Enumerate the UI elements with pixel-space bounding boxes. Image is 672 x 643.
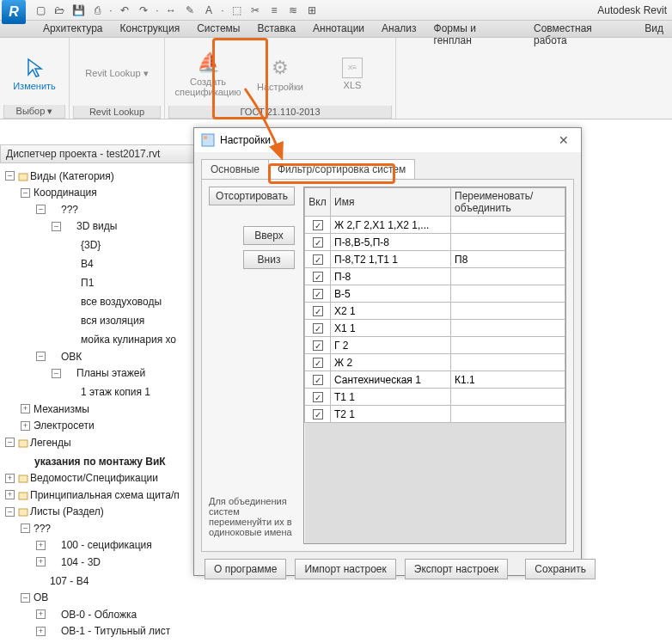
checkbox[interactable]: ✓	[313, 358, 323, 368]
text-icon[interactable]: A	[201, 3, 217, 18]
cell-rename[interactable]: К1.1	[451, 371, 565, 389]
cell-rename[interactable]	[451, 320, 565, 337]
app-logo[interactable]: R	[2, 0, 26, 24]
xls-button[interactable]: X≡ XLS	[318, 46, 387, 102]
tab-architecture[interactable]: Архитектура	[34, 21, 112, 37]
tree-node[interactable]: –ОВ	[2, 589, 213, 606]
tab-systems[interactable]: Системы	[188, 21, 248, 37]
grid-row[interactable]: ✓П-8	[305, 268, 565, 285]
save-button[interactable]: Сохранить	[525, 559, 596, 579]
expand-icon[interactable]: –	[21, 593, 30, 603]
col-enable[interactable]: Вкл	[305, 188, 331, 217]
tree-node[interactable]: 107 - B4	[2, 570, 213, 589]
grid-row[interactable]: ✓Ж 2	[305, 354, 565, 371]
dialog-titlebar[interactable]: Настройки ✕	[194, 128, 581, 152]
checkbox[interactable]: ✓	[313, 272, 323, 282]
import-button[interactable]: Импорт настроек	[295, 559, 395, 579]
checkbox[interactable]: ✓	[313, 323, 323, 334]
expand-icon[interactable]: –	[5, 171, 15, 181]
section-icon[interactable]: ✂	[247, 3, 263, 18]
tree-node[interactable]: +100 - сецификация	[2, 536, 213, 554]
cell-rename[interactable]	[451, 285, 565, 303]
expand-icon[interactable]: +	[36, 609, 46, 619]
grid-row[interactable]: ✓X1 1	[305, 320, 565, 337]
checkbox[interactable]: ✓	[313, 340, 323, 351]
cell-name[interactable]: X1 1	[331, 320, 451, 337]
down-button[interactable]: Вниз	[243, 250, 295, 269]
col-rename[interactable]: Переименовать/объединить	[451, 188, 565, 217]
tab-insert[interactable]: Вставка	[248, 21, 304, 37]
tree-node[interactable]: –Легенды	[2, 433, 213, 450]
revit-lookup-button[interactable]: Revit Lookup ▾	[78, 46, 156, 102]
tree-node[interactable]: –???	[2, 519, 213, 536]
tree-node[interactable]: указания по монтажу ВиК	[2, 450, 213, 469]
cell-rename[interactable]	[451, 354, 565, 371]
expand-icon[interactable]: +	[5, 490, 15, 499]
about-button[interactable]: О программе	[205, 559, 286, 579]
checkbox[interactable]: ✓	[313, 409, 323, 419]
tree-node[interactable]: мойка кулинария хо	[2, 328, 213, 347]
grid-row[interactable]: ✓П-8,Т2 1,Т1 1П8	[305, 251, 565, 268]
expand-icon[interactable]: +	[21, 421, 30, 431]
checkbox[interactable]: ✓	[313, 220, 323, 230]
tree-node[interactable]: все воздуховоды	[2, 291, 213, 309]
tree-node[interactable]: +Электросети	[2, 417, 213, 434]
tree-node[interactable]: +Механизмы	[2, 400, 213, 417]
grid-row[interactable]: ✓Ж 2,Г 2,X1 1,X2 1,...	[305, 217, 565, 234]
open-icon[interactable]: 🗁	[52, 3, 67, 18]
tree-node[interactable]: вся изоляция	[2, 309, 213, 328]
tree-node[interactable]: +104 - 3D	[2, 553, 213, 570]
cell-name[interactable]: Ж 2	[331, 354, 451, 371]
systems-grid[interactable]: Вкл Имя Переименовать/объединить ✓Ж 2,Г …	[303, 187, 566, 544]
tree-node[interactable]: –Планы этажей	[2, 364, 213, 382]
cell-name[interactable]: Т2 1	[331, 406, 451, 423]
dialog-close-button[interactable]: ✕	[553, 133, 574, 147]
paste-icon[interactable]: ⎙	[89, 3, 105, 18]
expand-icon[interactable]: –	[5, 507, 15, 517]
cell-name[interactable]: Ж 2,Г 2,X1 1,X2 1,...	[331, 217, 451, 234]
expand-icon[interactable]: +	[36, 627, 46, 636]
tree-node[interactable]: +ОВ-1 - Титульный лист	[2, 622, 213, 640]
tree-node[interactable]: +ОВ-2 - Общие данные	[2, 639, 213, 643]
expand-icon[interactable]: –	[52, 369, 61, 378]
grid-row[interactable]: ✓Т2 1	[305, 406, 565, 423]
redo-icon[interactable]: ↷	[136, 3, 151, 18]
modify-button[interactable]: Изменить	[9, 45, 60, 101]
col-name[interactable]: Имя	[331, 188, 451, 217]
cell-name[interactable]: П-8,B-5,П-8	[331, 234, 451, 251]
grid-row[interactable]: ✓П-8,B-5,П-8	[305, 234, 565, 251]
tree-node[interactable]: B4	[2, 253, 213, 272]
cell-rename[interactable]	[451, 406, 565, 423]
cell-rename[interactable]	[451, 337, 565, 354]
checkbox[interactable]: ✓	[313, 392, 323, 402]
grid-row[interactable]: ✓Сантехническая 1К1.1	[305, 371, 565, 389]
tree-node[interactable]: 1 этаж копия 1	[2, 381, 213, 400]
cell-name[interactable]: П-8	[331, 268, 451, 285]
expand-icon[interactable]: –	[5, 438, 15, 447]
tab-annotate[interactable]: Аннотации	[304, 21, 373, 37]
expand-icon[interactable]: –	[21, 188, 30, 198]
export-button[interactable]: Экспорт настроек	[405, 559, 509, 579]
create-schedule-button[interactable]: ⛵ Создать спецификацию	[174, 46, 242, 102]
cell-name[interactable]: X2 1	[331, 303, 451, 320]
close-view-icon[interactable]: ⊞	[304, 3, 320, 18]
cell-rename[interactable]	[451, 389, 565, 406]
tab-structure[interactable]: Конструкция	[112, 21, 189, 37]
cell-rename[interactable]: П8	[451, 251, 565, 268]
tab-massing[interactable]: Формы и генплан	[425, 21, 525, 37]
tree-node[interactable]: +Ведомости/Спецификации	[2, 469, 213, 487]
cell-name[interactable]: Т1 1	[331, 389, 451, 406]
tab-view[interactable]: Вид	[636, 21, 672, 37]
expand-icon[interactable]: +	[36, 557, 46, 566]
grid-row[interactable]: ✓X2 1	[305, 303, 565, 320]
tree-node[interactable]: –Листы (Раздел)	[2, 503, 213, 520]
new-icon[interactable]: ▢	[33, 3, 48, 18]
checkbox[interactable]: ✓	[313, 375, 323, 385]
grid-row[interactable]: ✓B-5	[305, 285, 565, 303]
undo-icon[interactable]: ↶	[117, 3, 132, 18]
project-tree[interactable]: –Виды (Категория)–Координация–???–3D вид…	[0, 163, 215, 643]
checkbox[interactable]: ✓	[313, 237, 323, 248]
checkbox[interactable]: ✓	[313, 289, 323, 299]
cell-name[interactable]: П-8,Т2 1,Т1 1	[331, 251, 451, 268]
tab-filter-sort[interactable]: Фильтр/сортировка систем	[268, 159, 415, 179]
